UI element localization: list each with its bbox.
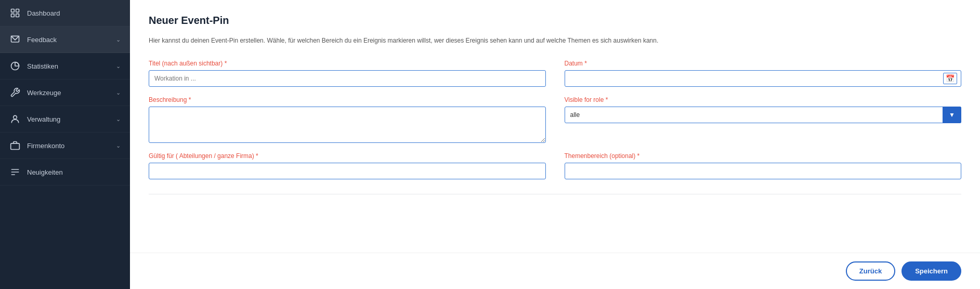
datum-input[interactable]: 04.06.2024 (565, 70, 962, 87)
visible-for-role-group: Visible for role * alle Admin Manager ▼ (565, 96, 962, 143)
sidebar-item-firmenkonto[interactable]: Firmenkonto ⌄ (0, 133, 130, 159)
main-content: Neuer Event-Pin Hier kannst du deinen Ev… (130, 0, 980, 289)
sidebar-item-verwaltung[interactable]: Verwaltung ⌄ (0, 106, 130, 133)
page-title: Neuer Event-Pin (149, 15, 961, 27)
chevron-down-icon: ⌄ (116, 89, 121, 96)
statistiken-icon (9, 60, 21, 72)
neuigkeiten-icon (9, 166, 21, 178)
sidebar-item-neuigkeiten[interactable]: Neuigkeiten (0, 159, 130, 186)
back-button[interactable]: Zurück (846, 261, 895, 281)
visible-for-role-wrapper: alle Admin Manager ▼ (565, 107, 962, 123)
datum-group: Datum * 04.06.2024 📅 (565, 60, 962, 87)
visible-for-role-select[interactable]: alle Admin Manager (565, 107, 962, 123)
beschreibung-group: Beschreibung * (149, 96, 546, 143)
sidebar-item-feedback[interactable]: Feedback ⌄ (0, 27, 130, 53)
verwaltung-icon (9, 113, 21, 125)
sidebar-item-label: Verwaltung (27, 115, 110, 123)
titel-input[interactable] (149, 70, 546, 87)
feedback-icon (9, 34, 21, 45)
save-button[interactable]: Speichern (901, 261, 961, 281)
themenbereich-input[interactable] (565, 163, 962, 179)
form-footer: Zurück Speichern (130, 253, 980, 289)
sidebar-item-label: Neuigkeiten (27, 168, 121, 176)
event-pin-form: Titel (nach außen sichtbar) * Datum * 04… (149, 60, 961, 179)
visible-for-role-label: Visible for role * (565, 96, 962, 103)
svg-rect-7 (11, 143, 20, 150)
chevron-down-icon: ⌄ (116, 36, 121, 43)
sidebar-item-dashboard[interactable]: Dashboard (0, 0, 130, 27)
calendar-icon[interactable]: 📅 (943, 73, 957, 84)
chevron-down-icon: ⌄ (116, 63, 121, 70)
werkzeuge-icon (9, 87, 21, 98)
date-wrapper: 04.06.2024 📅 (565, 70, 962, 87)
themenbereich-group: Themenbereich (optional) * (565, 152, 962, 179)
beschreibung-input[interactable] (149, 107, 546, 143)
svg-rect-0 (11, 9, 15, 12)
datum-label: Datum * (565, 60, 962, 67)
gueltig-fuer-input[interactable] (149, 163, 546, 179)
dashboard-icon (9, 7, 21, 19)
svg-point-6 (14, 115, 17, 119)
form-divider (149, 194, 961, 194)
sidebar: Dashboard Feedback ⌄ Statistiken ⌄ Werkz… (0, 0, 130, 289)
beschreibung-label: Beschreibung * (149, 96, 546, 103)
sidebar-item-werkzeuge[interactable]: Werkzeuge ⌄ (0, 80, 130, 106)
chevron-down-icon: ⌄ (116, 142, 121, 149)
titel-label: Titel (nach außen sichtbar) * (149, 60, 546, 67)
svg-rect-3 (16, 14, 19, 17)
svg-rect-1 (16, 9, 19, 12)
svg-rect-2 (11, 14, 15, 17)
sidebar-item-label: Werkzeuge (27, 89, 110, 97)
sidebar-item-label: Feedback (27, 36, 110, 44)
sidebar-item-statistiken[interactable]: Statistiken ⌄ (0, 53, 130, 80)
sidebar-item-label: Statistiken (27, 62, 110, 70)
gueltig-fuer-label: Gültig für ( Abteilungen / ganze Firma) … (149, 152, 546, 160)
gueltig-fuer-group: Gültig für ( Abteilungen / ganze Firma) … (149, 152, 546, 179)
firmenkonto-icon (9, 140, 21, 151)
sidebar-item-label: Firmenkonto (27, 142, 110, 150)
page-description: Hier kannst du deinen Event-Pin erstelle… (149, 36, 961, 45)
themenbereich-label: Themenbereich (optional) * (565, 152, 962, 160)
sidebar-item-label: Dashboard (27, 9, 121, 17)
titel-group: Titel (nach außen sichtbar) * (149, 60, 546, 87)
chevron-down-icon: ⌄ (116, 116, 121, 123)
